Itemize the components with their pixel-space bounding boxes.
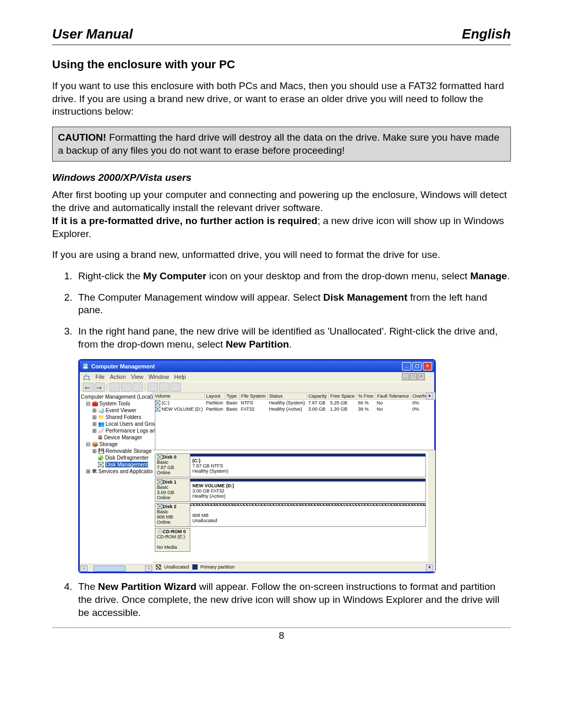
- mdi-restore-button[interactable]: ▫: [410, 373, 417, 380]
- disk-0-partition[interactable]: (C:)7.87 GB NTFSHealthy (System): [190, 454, 425, 477]
- window-body: Computer Management (Local) ⊟ 🧰 System T…: [80, 392, 434, 572]
- minimize-button[interactable]: _: [402, 362, 411, 371]
- col-filesystem[interactable]: File System: [239, 393, 267, 400]
- mdi-icon: 📇: [83, 374, 90, 380]
- app-icon: 📇: [82, 363, 89, 370]
- legend-swatch-unallocated: [156, 564, 161, 570]
- col-free-space[interactable]: Free Space: [328, 393, 357, 400]
- up-button[interactable]: [109, 382, 120, 392]
- scroll-left-arrow[interactable]: ‹: [80, 565, 88, 572]
- tree-shared-folders[interactable]: Shared Folders: [106, 414, 141, 420]
- mdi-minimize-button[interactable]: _: [402, 373, 409, 380]
- step-4: The New Partition Wizard will appear. Fo…: [75, 581, 511, 619]
- tree-system-tools[interactable]: System Tools: [100, 401, 130, 406]
- maximize-button[interactable]: ▢: [412, 362, 422, 371]
- tree-device-manager[interactable]: Device Manager: [104, 435, 142, 440]
- paragraph-preformatted: If it is a pre-formatted drive, no furth…: [52, 215, 511, 240]
- paragraph-unformatted: If you are using a brand new, unformatte…: [52, 249, 511, 262]
- disk-row-cdrom[interactable]: 💿CD-ROM 0 CD-ROM (E:) No Media: [155, 528, 426, 552]
- disk-0-header: 💽Disk 0 Basic 7.87 GB Online: [155, 454, 190, 477]
- steps-list: Right-click the My Computer icon on your…: [52, 270, 511, 351]
- tree-storage[interactable]: Storage: [100, 441, 118, 447]
- step-2: The Computer Management window will appe…: [75, 291, 511, 317]
- page-number: 8: [52, 630, 511, 641]
- menu-view[interactable]: View: [131, 374, 143, 380]
- disk-1-header: 💽Disk 1 Basic 3.00 GB Online: [155, 479, 190, 502]
- legend-primary: Primary partition: [201, 564, 235, 570]
- intro-paragraph: If you want to use this enclosure with b…: [52, 80, 511, 118]
- back-button[interactable]: ←: [83, 382, 93, 392]
- window-title: Computer Management: [91, 363, 155, 369]
- disk-row-1[interactable]: 💽Disk 1 Basic 3.00 GB Online NEW VOLUME …: [155, 478, 426, 502]
- page-header: User Manual English: [52, 26, 511, 45]
- refresh-button[interactable]: [132, 382, 143, 392]
- tree-disk-management[interactable]: Disk Management: [105, 462, 149, 467]
- paragraph-driver-install: After first booting up your computer and…: [52, 189, 511, 214]
- tree-perf-logs[interactable]: Performance Logs and Alerts: [106, 428, 155, 434]
- menu-window[interactable]: Window: [149, 374, 169, 380]
- right-pane: Volume Layout Type File System Status Ca…: [153, 392, 435, 572]
- legend: Unallocated Primary partition: [153, 562, 435, 572]
- subsection-title: Windows 2000/XP/Vista users: [52, 172, 511, 183]
- caution-text: Formatting the hard drive will destroy a…: [58, 132, 499, 156]
- scroll-thumb[interactable]: [93, 565, 126, 572]
- legend-swatch-primary: [192, 564, 198, 570]
- table-row[interactable]: 💽 (C:) Partition Basic NTFS Healthy (Sys…: [153, 400, 435, 406]
- col-volume[interactable]: Volume: [153, 393, 205, 400]
- forward-button[interactable]: →: [94, 382, 105, 392]
- header-right: English: [462, 26, 511, 42]
- close-button[interactable]: ×: [423, 362, 432, 371]
- col-type[interactable]: Type: [225, 393, 239, 400]
- step-1: Right-click the My Computer icon on your…: [75, 270, 511, 283]
- mdi-close-button[interactable]: ×: [418, 373, 425, 380]
- tree-services[interactable]: Services and Applications: [99, 468, 155, 474]
- tree-local-users[interactable]: Local Users and Groups: [106, 421, 155, 427]
- col-fault-tolerance[interactable]: Fault Tolerance: [375, 393, 411, 400]
- tree-horizontal-scrollbar[interactable]: ‹ ›: [80, 564, 153, 572]
- col-capacity[interactable]: Capacity: [307, 393, 328, 400]
- footer-rule: [52, 627, 511, 628]
- tree-pane[interactable]: Computer Management (Local) ⊟ 🧰 System T…: [80, 392, 155, 564]
- menu-action[interactable]: Action: [110, 374, 126, 380]
- disk-graphical-view[interactable]: ▴ 💽Disk 0 Basic 7.87 GB Online (C:)7.87 …: [153, 450, 435, 562]
- col-layout[interactable]: Layout: [204, 393, 225, 400]
- volume-table[interactable]: Volume Layout Type File System Status Ca…: [153, 392, 435, 450]
- document-page: User Manual English Using the enclosure …: [0, 0, 563, 728]
- col-pct-free[interactable]: % Free: [357, 393, 375, 400]
- step-3: In the right hand pane, the new drive wi…: [75, 325, 511, 351]
- disk-2-header: 💽Disk 2 Basic 808 MB Online: [155, 503, 190, 526]
- section-title: Using the enclosure with your PC: [52, 58, 511, 71]
- properties-button[interactable]: [121, 382, 131, 392]
- cdrom-header: 💿CD-ROM 0 CD-ROM (E:) No Media: [155, 528, 190, 552]
- steps-list-continued: The New Partition Wizard will appear. Fo…: [52, 581, 511, 619]
- disk-row-2[interactable]: 💽Disk 2 Basic 808 MB Online 808 MBUnallo…: [155, 503, 426, 527]
- caution-label: CAUTION!: [58, 132, 106, 143]
- menu-help[interactable]: Help: [174, 374, 186, 380]
- menu-file[interactable]: File: [95, 374, 105, 380]
- toolbar: ← →: [80, 381, 434, 392]
- scroll-right-arrow[interactable]: ›: [145, 565, 152, 572]
- table-header-row: Volume Layout Type File System Status Ca…: [153, 393, 435, 400]
- tree-removable-storage[interactable]: Removable Storage: [106, 448, 152, 454]
- disk-1-partition[interactable]: NEW VOLUME (D:)3.00 GB FAT32Healthy (Act…: [190, 479, 425, 502]
- tree-root[interactable]: Computer Management (Local): [81, 393, 154, 400]
- legend-unallocated: Unallocated: [164, 564, 189, 570]
- preformatted-bold: If it is a pre-formatted drive, no furth…: [52, 215, 317, 226]
- tree-disk-defragmenter[interactable]: Disk Defragmenter: [105, 455, 149, 461]
- toolbar-button-2[interactable]: [170, 382, 181, 392]
- col-status[interactable]: Status: [267, 393, 307, 400]
- header-left: User Manual: [52, 26, 133, 42]
- toolbar-button[interactable]: [159, 382, 169, 392]
- help-button[interactable]: [148, 382, 158, 392]
- table-row[interactable]: 💽 NEW VOLUME (D:) Partition Basic FAT32 …: [153, 406, 435, 412]
- screenshot-computer-management: 📇 Computer Management _ ▢ × 📇 File Actio…: [78, 359, 436, 573]
- window-titlebar[interactable]: 📇 Computer Management _ ▢ ×: [80, 361, 434, 372]
- tree-event-viewer[interactable]: Event Viewer: [106, 408, 137, 413]
- menubar: 📇 File Action View Window Help _ ▫ ×: [80, 372, 434, 381]
- caution-box: CAUTION! Formatting the hard drive will …: [52, 127, 511, 162]
- disk-row-0[interactable]: 💽Disk 0 Basic 7.87 GB Online (C:)7.87 GB…: [155, 453, 426, 477]
- disk-2-unallocated[interactable]: 808 MBUnallocated: [190, 503, 425, 526]
